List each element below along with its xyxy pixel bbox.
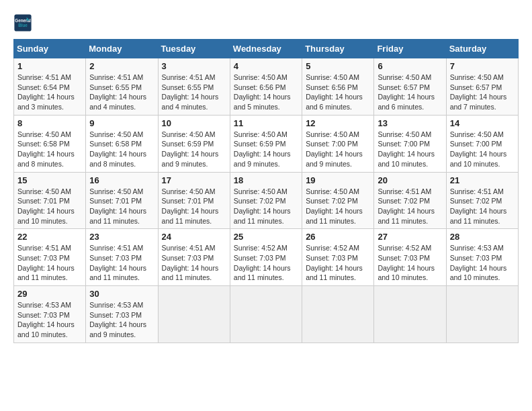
- header-friday: Friday: [374, 40, 446, 58]
- calendar-cell: 20Sunrise: 4:51 AMSunset: 7:02 PMDayligh…: [374, 172, 446, 229]
- day-info: Sunrise: 4:50 AMSunset: 6:59 PMDaylight:…: [234, 130, 298, 169]
- day-info: Sunrise: 4:50 AMSunset: 7:02 PMDaylight:…: [234, 187, 298, 226]
- day-info: Sunrise: 4:50 AMSunset: 7:00 PMDaylight:…: [450, 130, 515, 169]
- header-sunday: Sunday: [14, 40, 86, 58]
- header-thursday: Thursday: [302, 40, 374, 58]
- svg-text:Blue: Blue: [18, 23, 28, 28]
- day-info: Sunrise: 4:50 AMSunset: 6:59 PMDaylight:…: [162, 130, 226, 169]
- day-info: Sunrise: 4:50 AMSunset: 6:56 PMDaylight:…: [306, 73, 370, 112]
- day-number: 13: [378, 118, 442, 128]
- calendar-cell: 25Sunrise: 4:52 AMSunset: 7:03 PMDayligh…: [230, 229, 302, 286]
- calendar-cell: 15Sunrise: 4:50 AMSunset: 7:01 PMDayligh…: [14, 172, 86, 229]
- calendar-cell: 12Sunrise: 4:50 AMSunset: 7:00 PMDayligh…: [302, 115, 374, 172]
- header-wednesday: Wednesday: [230, 40, 302, 58]
- calendar-cell: [158, 286, 230, 343]
- calendar-cell: 14Sunrise: 4:50 AMSunset: 7:00 PMDayligh…: [446, 115, 518, 172]
- calendar-cell: 28Sunrise: 4:53 AMSunset: 7:03 PMDayligh…: [446, 229, 518, 286]
- calendar-cell: 5Sunrise: 4:50 AMSunset: 6:56 PMDaylight…: [302, 58, 374, 116]
- header-saturday: Saturday: [446, 40, 518, 58]
- day-info: Sunrise: 4:51 AMSunset: 6:55 PMDaylight:…: [89, 73, 154, 112]
- day-number: 9: [89, 118, 154, 128]
- calendar-week-3: 15Sunrise: 4:50 AMSunset: 7:01 PMDayligh…: [14, 172, 519, 229]
- calendar-cell: 9Sunrise: 4:50 AMSunset: 6:58 PMDaylight…: [86, 115, 158, 172]
- calendar-cell: 10Sunrise: 4:50 AMSunset: 6:59 PMDayligh…: [158, 115, 230, 172]
- calendar-week-2: 8Sunrise: 4:50 AMSunset: 6:58 PMDaylight…: [14, 115, 519, 172]
- calendar-cell: 22Sunrise: 4:51 AMSunset: 7:03 PMDayligh…: [14, 229, 86, 286]
- day-info: Sunrise: 4:53 AMSunset: 7:03 PMDaylight:…: [17, 300, 82, 340]
- day-number: 30: [89, 289, 154, 299]
- calendar-cell: 18Sunrise: 4:50 AMSunset: 7:02 PMDayligh…: [230, 172, 302, 229]
- calendar-cell: 24Sunrise: 4:51 AMSunset: 7:03 PMDayligh…: [158, 229, 230, 286]
- day-info: Sunrise: 4:52 AMSunset: 7:03 PMDaylight:…: [234, 243, 298, 283]
- day-info: Sunrise: 4:50 AMSunset: 6:57 PMDaylight:…: [450, 73, 515, 112]
- day-info: Sunrise: 4:50 AMSunset: 6:58 PMDaylight:…: [89, 130, 154, 169]
- calendar-cell: 1Sunrise: 4:51 AMSunset: 6:54 PMDaylight…: [14, 58, 86, 116]
- day-number: 12: [306, 118, 370, 128]
- day-info: Sunrise: 4:53 AMSunset: 7:03 PMDaylight:…: [89, 300, 154, 340]
- day-info: Sunrise: 4:50 AMSunset: 7:01 PMDaylight:…: [162, 187, 226, 226]
- calendar-cell: [374, 286, 446, 343]
- calendar-cell: 16Sunrise: 4:50 AMSunset: 7:01 PMDayligh…: [86, 172, 158, 229]
- calendar-cell: [446, 286, 518, 343]
- day-info: Sunrise: 4:50 AMSunset: 6:57 PMDaylight:…: [378, 73, 442, 112]
- day-number: 2: [89, 61, 154, 71]
- day-info: Sunrise: 4:50 AMSunset: 7:01 PMDaylight:…: [89, 187, 154, 226]
- calendar-cell: 27Sunrise: 4:52 AMSunset: 7:03 PMDayligh…: [374, 229, 446, 286]
- day-info: Sunrise: 4:51 AMSunset: 7:03 PMDaylight:…: [89, 243, 154, 283]
- calendar-header-row: SundayMondayTuesdayWednesdayThursdayFrid…: [14, 40, 519, 58]
- calendar-cell: 3Sunrise: 4:51 AMSunset: 6:55 PMDaylight…: [158, 58, 230, 116]
- calendar-cell: 6Sunrise: 4:50 AMSunset: 6:57 PMDaylight…: [374, 58, 446, 116]
- day-number: 18: [234, 175, 298, 185]
- day-info: Sunrise: 4:50 AMSunset: 7:00 PMDaylight:…: [378, 130, 442, 169]
- day-number: 27: [378, 232, 442, 242]
- calendar-week-5: 29Sunrise: 4:53 AMSunset: 7:03 PMDayligh…: [14, 286, 519, 343]
- day-info: Sunrise: 4:53 AMSunset: 7:03 PMDaylight:…: [450, 243, 515, 283]
- day-info: Sunrise: 4:51 AMSunset: 7:02 PMDaylight:…: [450, 187, 515, 226]
- calendar-cell: [302, 286, 374, 343]
- calendar-cell: 23Sunrise: 4:51 AMSunset: 7:03 PMDayligh…: [86, 229, 158, 286]
- day-info: Sunrise: 4:51 AMSunset: 7:03 PMDaylight:…: [17, 243, 82, 283]
- day-number: 11: [234, 118, 298, 128]
- day-number: 20: [378, 175, 442, 185]
- day-number: 4: [234, 61, 298, 71]
- day-number: 3: [162, 61, 226, 71]
- page-header: General Blue: [13, 13, 519, 32]
- day-number: 28: [450, 232, 515, 242]
- day-number: 8: [17, 118, 82, 128]
- day-number: 1: [17, 61, 82, 71]
- day-number: 24: [162, 232, 226, 242]
- calendar-week-4: 22Sunrise: 4:51 AMSunset: 7:03 PMDayligh…: [14, 229, 519, 286]
- day-info: Sunrise: 4:51 AMSunset: 6:54 PMDaylight:…: [17, 73, 82, 112]
- day-info: Sunrise: 4:51 AMSunset: 6:55 PMDaylight:…: [162, 73, 226, 112]
- calendar-cell: 13Sunrise: 4:50 AMSunset: 7:00 PMDayligh…: [374, 115, 446, 172]
- calendar-cell: 17Sunrise: 4:50 AMSunset: 7:01 PMDayligh…: [158, 172, 230, 229]
- day-number: 6: [378, 61, 442, 71]
- day-number: 23: [89, 232, 154, 242]
- day-info: Sunrise: 4:50 AMSunset: 7:00 PMDaylight:…: [306, 130, 370, 169]
- calendar-table: SundayMondayTuesdayWednesdayThursdayFrid…: [13, 39, 519, 343]
- day-number: 21: [450, 175, 515, 185]
- calendar-cell: 8Sunrise: 4:50 AMSunset: 6:58 PMDaylight…: [14, 115, 86, 172]
- day-number: 10: [162, 118, 226, 128]
- calendar-cell: 11Sunrise: 4:50 AMSunset: 6:59 PMDayligh…: [230, 115, 302, 172]
- day-number: 7: [450, 61, 515, 71]
- day-number: 19: [306, 175, 370, 185]
- calendar-cell: 2Sunrise: 4:51 AMSunset: 6:55 PMDaylight…: [86, 58, 158, 116]
- day-info: Sunrise: 4:52 AMSunset: 7:03 PMDaylight:…: [306, 243, 370, 283]
- day-info: Sunrise: 4:50 AMSunset: 6:56 PMDaylight:…: [234, 73, 298, 112]
- calendar-cell: 29Sunrise: 4:53 AMSunset: 7:03 PMDayligh…: [14, 286, 86, 343]
- day-info: Sunrise: 4:52 AMSunset: 7:03 PMDaylight:…: [378, 243, 442, 283]
- day-number: 15: [17, 175, 82, 185]
- calendar-cell: 19Sunrise: 4:50 AMSunset: 7:02 PMDayligh…: [302, 172, 374, 229]
- calendar-cell: 30Sunrise: 4:53 AMSunset: 7:03 PMDayligh…: [86, 286, 158, 343]
- day-number: 5: [306, 61, 370, 71]
- day-info: Sunrise: 4:50 AMSunset: 7:02 PMDaylight:…: [306, 187, 370, 226]
- header-tuesday: Tuesday: [158, 40, 230, 58]
- calendar-week-1: 1Sunrise: 4:51 AMSunset: 6:54 PMDaylight…: [14, 58, 519, 116]
- calendar-cell: 7Sunrise: 4:50 AMSunset: 6:57 PMDaylight…: [446, 58, 518, 116]
- day-number: 17: [162, 175, 226, 185]
- calendar-cell: 21Sunrise: 4:51 AMSunset: 7:02 PMDayligh…: [446, 172, 518, 229]
- day-info: Sunrise: 4:51 AMSunset: 7:02 PMDaylight:…: [378, 187, 442, 226]
- day-number: 16: [89, 175, 154, 185]
- header-monday: Monday: [86, 40, 158, 58]
